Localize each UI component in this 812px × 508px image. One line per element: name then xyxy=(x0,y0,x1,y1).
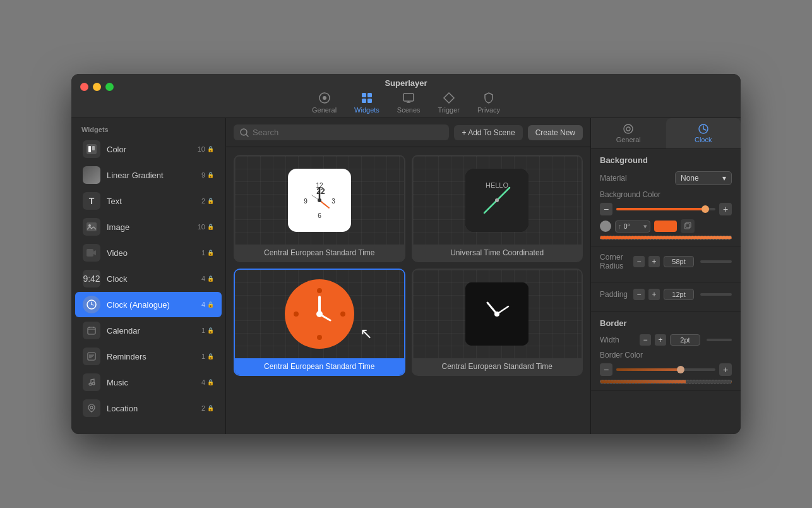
sidebar: Widgets Color 10 🔒 Linear Gradient 9 🔒 xyxy=(71,118,226,434)
copy-color-button[interactable] xyxy=(681,219,695,233)
bg-color-slider-thumb[interactable] xyxy=(702,205,709,213)
sidebar-item-color[interactable]: Color 10 🔒 xyxy=(75,136,222,162)
svg-text:9: 9 xyxy=(304,198,307,205)
padding-plus[interactable]: + xyxy=(648,289,660,300)
center-toolbar: + Add To Scene Create New xyxy=(226,118,590,147)
svg-point-49 xyxy=(294,311,299,317)
padding-minus[interactable]: − xyxy=(633,289,645,300)
widget-card-4[interactable]: Central European Standard Time xyxy=(412,269,583,376)
panel-section-border: Border Width − + 2pt Border Color − xyxy=(591,312,741,390)
border-color-minus[interactable]: − xyxy=(600,363,612,376)
toolbar-item-widgets[interactable]: Widgets xyxy=(354,92,379,114)
svg-point-58 xyxy=(626,127,630,131)
background-title: Background xyxy=(600,155,732,165)
border-width-minus[interactable]: − xyxy=(640,334,651,346)
svg-rect-9 xyxy=(87,144,97,154)
border-color-plus[interactable]: + xyxy=(719,363,732,376)
corner-radius-value[interactable]: 58pt xyxy=(664,256,694,267)
svg-text:22: 22 xyxy=(316,187,325,196)
reminders-icon xyxy=(83,348,100,365)
clock-preview-dark: HELLO xyxy=(465,169,528,232)
border-width-row: Width − + 2pt xyxy=(600,334,732,346)
svg-point-48 xyxy=(317,335,322,340)
bg-color-slider-plus[interactable]: + xyxy=(719,203,732,215)
svg-line-61 xyxy=(703,129,706,130)
clock-analogue-icon xyxy=(83,296,100,313)
panel-section-corner-radius: Corner Radius − + 58pt xyxy=(591,246,741,282)
create-new-button[interactable]: Create New xyxy=(528,125,583,140)
border-color-slider-track[interactable] xyxy=(616,368,715,371)
svg-rect-14 xyxy=(87,249,93,257)
border-color-slider-thumb[interactable] xyxy=(677,366,684,373)
widget-card-3[interactable]: ↖ Central European Standard Time xyxy=(234,269,405,376)
close-button[interactable] xyxy=(80,83,88,91)
svg-line-17 xyxy=(92,305,93,305)
sidebar-item-count-clock: 4 🔒 xyxy=(201,275,214,282)
widget-grid: 12 3 6 9 22 xyxy=(226,147,590,434)
sidebar-item-clock-analogue[interactable]: Clock (Analogue) 4 🔒 xyxy=(75,292,222,317)
svg-point-56 xyxy=(494,311,499,317)
sidebar-item-linear-gradient[interactable]: Linear Gradient 9 🔒 xyxy=(75,162,222,188)
toolbar-item-scenes[interactable]: Scenes xyxy=(397,92,421,114)
padding-value[interactable]: 12pt xyxy=(664,289,694,300)
image-icon xyxy=(83,218,100,236)
sidebar-item-clock[interactable]: 9:42 Clock 4 🔒 xyxy=(75,266,222,291)
degree-input[interactable] xyxy=(624,222,642,230)
widget-card-2[interactable]: HELLO Universal Time Coordinated xyxy=(412,155,583,262)
clock-preview-dark-sq xyxy=(465,282,528,346)
sidebar-item-label-text: Text xyxy=(107,197,201,206)
svg-point-57 xyxy=(624,124,633,133)
sidebar-item-label-location: Location xyxy=(107,404,201,413)
right-tab-general[interactable]: General xyxy=(591,118,666,148)
fullscreen-button[interactable] xyxy=(105,83,114,91)
svg-rect-4 xyxy=(362,99,366,103)
corner-radius-plus[interactable]: + xyxy=(648,256,660,267)
sidebar-item-music[interactable]: Music 4 🔒 xyxy=(75,370,222,395)
cursor-indicator: ↖ xyxy=(360,325,373,342)
sidebar-item-count-video: 1 🔒 xyxy=(201,249,214,257)
sidebar-item-reminders[interactable]: Reminders 1 🔒 xyxy=(75,344,222,369)
bg-color-swatch[interactable] xyxy=(654,221,677,232)
corner-radius-minus[interactable]: − xyxy=(633,256,645,267)
svg-point-46 xyxy=(317,288,322,293)
corner-radius-slider[interactable] xyxy=(700,260,732,263)
bg-color-slider-track[interactable] xyxy=(616,208,715,210)
border-width-slider[interactable] xyxy=(707,339,732,341)
widget-preview-4 xyxy=(413,270,582,358)
sidebar-item-label-video: Video xyxy=(107,248,201,258)
clock-preview-white: 12 3 6 9 22 xyxy=(288,169,351,232)
sidebar-item-text[interactable]: T Text 2 🔒 xyxy=(75,188,222,214)
right-tab-clock[interactable]: Clock xyxy=(666,118,741,148)
traffic-lights xyxy=(80,83,114,91)
border-width-value[interactable]: 2pt xyxy=(670,334,700,346)
add-to-scene-button[interactable]: + Add To Scene xyxy=(454,125,522,140)
border-title: Border xyxy=(600,318,732,328)
color-icon xyxy=(83,140,100,158)
sidebar-item-video[interactable]: Video 1 🔒 xyxy=(75,240,222,265)
sidebar-item-image[interactable]: Image 10 🔒 xyxy=(75,214,222,239)
svg-rect-63 xyxy=(686,222,691,227)
svg-point-47 xyxy=(340,311,345,317)
widget-label-2: Universal Time Coordinated xyxy=(413,245,582,261)
sidebar-item-count-music: 4 🔒 xyxy=(201,378,214,386)
border-width-plus[interactable]: + xyxy=(655,334,666,346)
sidebar-item-location[interactable]: Location 2 🔒 xyxy=(75,396,222,421)
app-window: Superlayer General Widgets xyxy=(71,74,741,434)
padding-slider[interactable] xyxy=(700,293,732,296)
svg-point-44 xyxy=(495,198,499,202)
toolbar-item-privacy[interactable]: Privacy xyxy=(477,92,500,114)
search-input[interactable] xyxy=(253,128,443,137)
bg-color-slider-minus[interactable]: − xyxy=(600,203,612,215)
bg-color-slider-fill xyxy=(616,208,705,210)
toolbar-item-general[interactable]: General xyxy=(312,92,337,114)
sidebar-item-calendar[interactable]: Calendar 1 🔒 xyxy=(75,318,222,343)
gradient-dot[interactable] xyxy=(600,221,611,232)
toolbar-item-trigger[interactable]: Trigger xyxy=(438,92,460,114)
material-dropdown[interactable]: None ▾ xyxy=(675,171,732,185)
sidebar-item-count-gradient: 9 🔒 xyxy=(201,171,214,179)
minimize-button[interactable] xyxy=(93,83,101,91)
svg-rect-5 xyxy=(367,99,372,103)
widget-card-1[interactable]: 12 3 6 9 22 xyxy=(234,155,405,262)
search-icon xyxy=(240,128,249,137)
widget-preview-1: 12 3 6 9 22 xyxy=(235,156,404,245)
